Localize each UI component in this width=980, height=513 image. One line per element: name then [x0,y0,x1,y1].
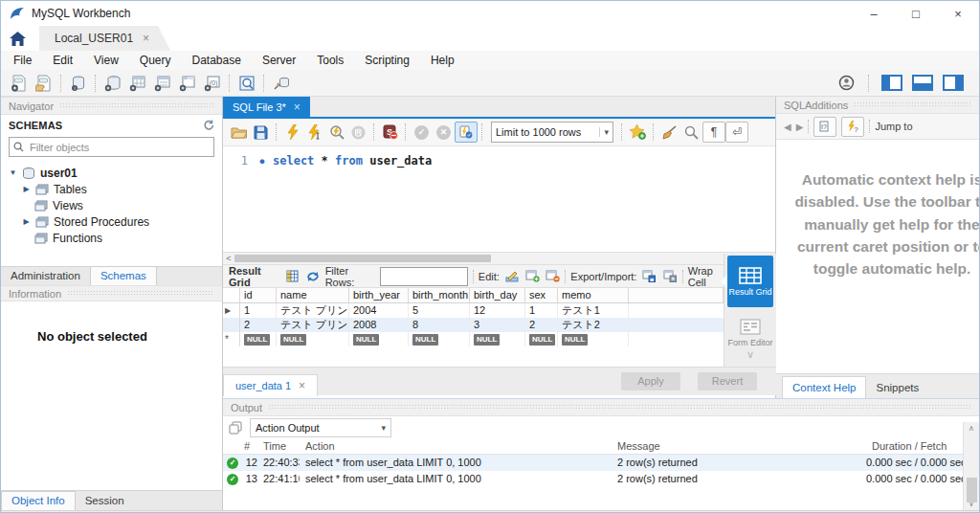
toggle-secondary-sidebar-icon[interactable] [941,72,966,95]
menu-database[interactable]: Database [184,52,250,69]
sql-code-area[interactable]: 1 ● select * from user_data [223,146,775,252]
null-badge[interactable]: NULL [353,334,379,346]
help-forward-icon[interactable]: ▶ [796,122,804,132]
execute-icon[interactable] [281,122,303,143]
cell-birth-day[interactable]: 3 [470,318,525,332]
save-snippet-icon[interactable] [627,122,649,143]
result-set-tab[interactable]: user_data 1 × [223,374,318,396]
auto-context-help-icon[interactable]: ? [841,117,864,137]
create-schema-icon[interactable] [100,72,125,95]
tree-node-schema[interactable]: ▼ user01 [9,165,222,181]
cell-name[interactable]: テスト プリン1 [277,303,349,318]
scrollbar-thumb[interactable] [967,478,977,502]
help-back-icon[interactable]: ◀ [784,122,791,132]
cell-sex[interactable]: 2 [525,318,558,332]
tree-node-tables[interactable]: ▶ Tables [9,181,222,197]
collapse-arrow-icon[interactable]: ▶ [22,217,31,226]
reconnect-dbms-icon[interactable] [269,72,294,95]
tab-schemas[interactable]: Schemas [90,266,157,285]
null-badge[interactable]: NULL [529,334,555,346]
apply-button[interactable]: Apply [621,372,680,390]
table-new-row[interactable]: * NULL NULL NULL NULL NULL NULL NULL [223,332,724,346]
beautify-icon[interactable] [658,122,680,143]
menu-query[interactable]: Query [131,52,180,69]
more-views-chevron-icon[interactable]: ∨ [724,348,776,361]
toggle-word-wrap-icon[interactable]: ⏎ [725,122,748,143]
tab-context-help[interactable]: Context Help [782,376,866,398]
grid-options-icon[interactable] [284,269,300,284]
column-header-id[interactable]: id [240,288,277,302]
jump-to-label[interactable]: Jump to [875,121,912,132]
toggle-stop-on-error-icon[interactable]: S [379,122,401,143]
scroll-left-arrow-icon[interactable]: < [223,254,234,263]
minimize-button[interactable]: – [853,7,895,21]
home-tab[interactable] [1,26,33,51]
open-file-icon[interactable] [228,122,250,143]
filter-rows-input[interactable] [380,267,468,286]
tree-node-views[interactable]: Views [9,197,222,213]
toggle-output-area-icon[interactable] [910,72,935,95]
create-procedure-icon[interactable] [175,72,200,95]
output-row[interactable]: ✓ 13 22:41:10 select * from user_data LI… [223,471,979,487]
export-recordset-icon[interactable] [641,269,657,284]
table-row[interactable]: ▶ 1 テスト プリン1 2004 5 12 1 テスト1 [223,303,724,318]
open-sql-script-icon[interactable] [32,72,56,95]
column-header-name[interactable]: name [277,288,349,302]
form-editor-view-button[interactable]: Form Editor [727,319,773,347]
maximize-button[interactable]: □ [895,7,937,21]
tree-node-functions[interactable]: Functions [9,230,222,246]
sql-file-tab-close-icon[interactable]: × [294,100,301,114]
collapse-arrow-icon[interactable]: ▶ [22,185,31,193]
explain-plan-icon[interactable] [325,122,347,143]
close-button[interactable]: × [937,7,979,21]
menu-edit[interactable]: Edit [44,52,81,69]
null-badge[interactable]: NULL [474,334,500,346]
result-set-tab-close-icon[interactable]: × [299,379,305,392]
create-table-icon[interactable] [125,72,150,95]
create-function-icon[interactable]: (0) [200,72,225,95]
cell-sex[interactable]: 1 [525,303,558,318]
output-view-dropdown[interactable]: Action Output ▾ [250,418,391,437]
revert-button[interactable]: Revert [698,372,757,390]
execute-current-statement-icon[interactable] [303,122,325,143]
scrollbar-thumb[interactable] [234,255,491,262]
insert-row-icon[interactable] [524,269,540,284]
import-records-icon[interactable] [662,269,678,284]
save-icon[interactable] [250,122,272,143]
connection-tab[interactable]: Local_USER01 × [39,26,170,51]
cell-memo[interactable]: テスト2 [558,318,629,332]
expand-arrow-icon[interactable]: ▼ [9,168,17,177]
toggle-autocommit-icon[interactable] [455,122,478,143]
inspector-icon[interactable]: i [66,72,91,95]
menu-server[interactable]: Server [254,52,304,69]
null-badge[interactable]: NULL [280,334,306,346]
user-account-icon[interactable] [834,72,858,95]
schema-filter-input[interactable] [28,141,210,154]
cell-birth-day[interactable]: 12 [470,303,525,318]
edit-record-icon[interactable] [504,269,520,284]
limit-rows-dropdown[interactable]: Limit to 1000 rows ▾ [491,122,613,143]
column-header-sex[interactable]: sex [525,288,558,302]
cell-birth-year[interactable]: 2008 [349,318,409,332]
column-header-memo[interactable]: memo [558,288,629,302]
toggle-sidebar-icon[interactable] [880,72,904,95]
connection-tab-close-icon[interactable]: × [143,32,149,45]
column-header-birth-month[interactable]: birth_month [409,288,470,302]
sql-file-tab[interactable]: SQL File 3* × [223,97,310,117]
create-view-icon[interactable] [150,72,175,95]
column-header-birth-day[interactable]: birth_day [470,288,525,302]
search-table-data-icon[interactable] [234,72,259,95]
tab-administration[interactable]: Administration [1,267,90,285]
editor-horizontal-scrollbar[interactable]: < [223,252,775,265]
scroll-up-arrow-icon[interactable]: ∧ [969,424,974,433]
cell-birth-year[interactable]: 2004 [349,303,409,318]
null-badge[interactable]: NULL [412,334,438,346]
cell-id[interactable]: 1 [240,303,277,318]
result-grid-view-button[interactable]: Result Grid [727,256,773,307]
sql-line-1[interactable]: 1 ● select * from user_data [223,153,775,168]
context-help-icon[interactable]: I? [813,117,836,137]
output-vertical-scrollbar[interactable]: ∧ ∨ [963,422,979,510]
refresh-grid-icon[interactable] [304,269,320,284]
show-invisibles-icon[interactable]: ¶ [702,122,725,143]
cell-name[interactable]: テスト プリン2 [277,318,349,332]
